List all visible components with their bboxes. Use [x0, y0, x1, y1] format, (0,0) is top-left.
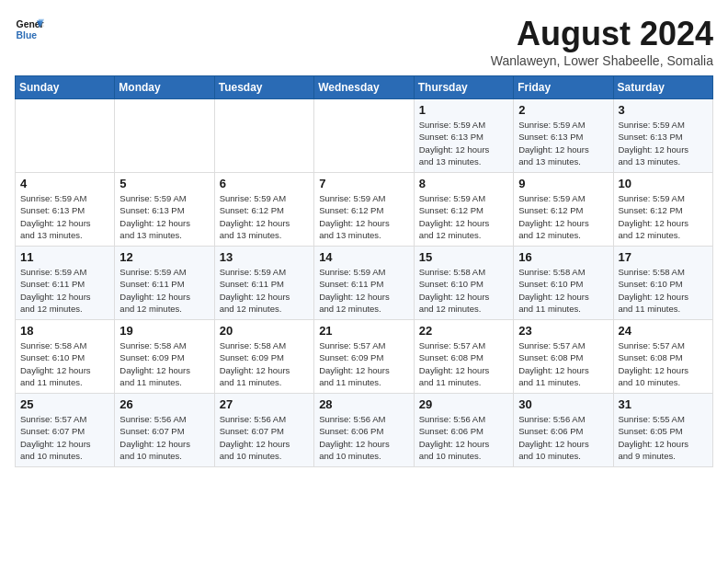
day-info: Sunrise: 5:59 AM Sunset: 6:12 PM Dayligh… — [220, 192, 309, 241]
day-number: 7 — [319, 177, 409, 190]
day-number: 15 — [419, 250, 508, 264]
day-info: Sunrise: 5:59 AM Sunset: 6:11 PM Dayligh… — [20, 266, 109, 315]
title-block: August 2024 Wanlaweyn, Lower Shabeelle, … — [491, 15, 713, 68]
day-number: 6 — [220, 177, 309, 190]
calendar-cell — [115, 99, 214, 173]
calendar-cell: 27Sunrise: 5:56 AM Sunset: 6:07 PM Dayli… — [214, 394, 313, 467]
day-number: 26 — [119, 397, 209, 411]
day-info: Sunrise: 5:59 AM Sunset: 6:13 PM Dayligh… — [619, 119, 709, 167]
page-header: General Blue August 2024 Wanlaweyn, Lowe… — [15, 15, 713, 68]
weekday-header: Friday — [514, 76, 613, 99]
calendar-cell: 3Sunrise: 5:59 AM Sunset: 6:13 PM Daylig… — [613, 99, 713, 173]
calendar-cell — [16, 99, 115, 173]
weekday-header: Sunday — [16, 76, 115, 99]
calendar-cell: 26Sunrise: 5:56 AM Sunset: 6:07 PM Dayli… — [115, 394, 214, 467]
day-number: 21 — [319, 324, 409, 338]
day-number: 25 — [20, 397, 109, 411]
calendar-cell: 21Sunrise: 5:57 AM Sunset: 6:09 PM Dayli… — [314, 320, 415, 394]
day-number: 29 — [419, 397, 508, 411]
day-info: Sunrise: 5:56 AM Sunset: 6:06 PM Dayligh… — [518, 413, 608, 462]
day-number: 27 — [220, 397, 309, 411]
day-number: 2 — [518, 103, 608, 117]
day-number: 3 — [619, 103, 709, 117]
day-info: Sunrise: 5:59 AM Sunset: 6:13 PM Dayligh… — [419, 119, 508, 167]
logo-icon: General Blue — [15, 15, 44, 44]
calendar-cell: 8Sunrise: 5:59 AM Sunset: 6:12 PM Daylig… — [414, 173, 513, 247]
day-info: Sunrise: 5:57 AM Sunset: 6:08 PM Dayligh… — [419, 339, 508, 388]
calendar-week-row: 1Sunrise: 5:59 AM Sunset: 6:13 PM Daylig… — [16, 99, 713, 173]
calendar-cell: 1Sunrise: 5:59 AM Sunset: 6:13 PM Daylig… — [414, 99, 513, 173]
calendar-cell: 22Sunrise: 5:57 AM Sunset: 6:08 PM Dayli… — [414, 320, 513, 394]
day-number: 13 — [220, 250, 309, 264]
day-number: 18 — [20, 324, 109, 338]
day-info: Sunrise: 5:58 AM Sunset: 6:10 PM Dayligh… — [419, 266, 508, 315]
day-info: Sunrise: 5:57 AM Sunset: 6:08 PM Dayligh… — [619, 339, 709, 388]
day-info: Sunrise: 5:58 AM Sunset: 6:09 PM Dayligh… — [220, 339, 309, 388]
calendar-cell: 10Sunrise: 5:59 AM Sunset: 6:12 PM Dayli… — [613, 173, 713, 247]
day-info: Sunrise: 5:58 AM Sunset: 6:10 PM Dayligh… — [518, 266, 608, 315]
calendar-cell: 2Sunrise: 5:59 AM Sunset: 6:13 PM Daylig… — [514, 99, 613, 173]
day-info: Sunrise: 5:56 AM Sunset: 6:06 PM Dayligh… — [319, 413, 409, 462]
day-info: Sunrise: 5:55 AM Sunset: 6:05 PM Dayligh… — [619, 413, 709, 462]
day-info: Sunrise: 5:56 AM Sunset: 6:06 PM Dayligh… — [419, 413, 508, 462]
day-number: 20 — [220, 324, 309, 338]
calendar-cell: 28Sunrise: 5:56 AM Sunset: 6:06 PM Dayli… — [314, 394, 415, 467]
day-info: Sunrise: 5:56 AM Sunset: 6:07 PM Dayligh… — [119, 413, 209, 462]
day-number: 22 — [419, 324, 508, 338]
calendar-cell: 14Sunrise: 5:59 AM Sunset: 6:11 PM Dayli… — [314, 247, 415, 320]
calendar-cell: 9Sunrise: 5:59 AM Sunset: 6:12 PM Daylig… — [514, 173, 613, 247]
calendar-cell: 29Sunrise: 5:56 AM Sunset: 6:06 PM Dayli… — [414, 394, 513, 467]
day-number: 16 — [518, 250, 608, 264]
day-number: 5 — [119, 177, 209, 190]
calendar-cell — [314, 99, 415, 173]
calendar-table: SundayMondayTuesdayWednesdayThursdayFrid… — [15, 75, 713, 467]
calendar-cell: 4Sunrise: 5:59 AM Sunset: 6:13 PM Daylig… — [16, 173, 115, 247]
day-number: 8 — [419, 177, 508, 190]
weekday-header: Thursday — [414, 76, 513, 99]
calendar-week-row: 11Sunrise: 5:59 AM Sunset: 6:11 PM Dayli… — [16, 247, 713, 320]
day-number: 4 — [20, 177, 109, 190]
weekday-header: Saturday — [613, 76, 713, 99]
day-info: Sunrise: 5:58 AM Sunset: 6:09 PM Dayligh… — [119, 339, 209, 388]
day-number: 23 — [518, 324, 608, 338]
weekday-header: Wednesday — [314, 76, 415, 99]
calendar-cell — [214, 99, 313, 173]
calendar-cell: 13Sunrise: 5:59 AM Sunset: 6:11 PM Dayli… — [214, 247, 313, 320]
calendar-cell: 12Sunrise: 5:59 AM Sunset: 6:11 PM Dayli… — [115, 247, 214, 320]
calendar-header-row: SundayMondayTuesdayWednesdayThursdayFrid… — [16, 76, 713, 99]
day-number: 1 — [419, 103, 508, 117]
day-info: Sunrise: 5:59 AM Sunset: 6:11 PM Dayligh… — [319, 266, 409, 315]
day-number: 9 — [518, 177, 608, 190]
calendar-cell: 18Sunrise: 5:58 AM Sunset: 6:10 PM Dayli… — [16, 320, 115, 394]
day-number: 17 — [619, 250, 709, 264]
calendar-cell: 24Sunrise: 5:57 AM Sunset: 6:08 PM Dayli… — [613, 320, 713, 394]
calendar-cell: 11Sunrise: 5:59 AM Sunset: 6:11 PM Dayli… — [16, 247, 115, 320]
day-info: Sunrise: 5:59 AM Sunset: 6:12 PM Dayligh… — [419, 192, 508, 241]
day-number: 30 — [518, 397, 608, 411]
calendar-cell: 31Sunrise: 5:55 AM Sunset: 6:05 PM Dayli… — [613, 394, 713, 467]
day-info: Sunrise: 5:59 AM Sunset: 6:12 PM Dayligh… — [619, 192, 709, 241]
calendar-cell: 30Sunrise: 5:56 AM Sunset: 6:06 PM Dayli… — [514, 394, 613, 467]
calendar-cell: 19Sunrise: 5:58 AM Sunset: 6:09 PM Dayli… — [115, 320, 214, 394]
day-number: 11 — [20, 250, 109, 264]
day-info: Sunrise: 5:58 AM Sunset: 6:10 PM Dayligh… — [20, 339, 109, 388]
calendar-cell: 23Sunrise: 5:57 AM Sunset: 6:08 PM Dayli… — [514, 320, 613, 394]
calendar-cell: 16Sunrise: 5:58 AM Sunset: 6:10 PM Dayli… — [514, 247, 613, 320]
location: Wanlaweyn, Lower Shabeelle, Somalia — [491, 53, 713, 68]
svg-text:Blue: Blue — [17, 30, 38, 40]
calendar-week-row: 25Sunrise: 5:57 AM Sunset: 6:07 PM Dayli… — [16, 394, 713, 467]
day-info: Sunrise: 5:59 AM Sunset: 6:11 PM Dayligh… — [220, 266, 309, 315]
day-info: Sunrise: 5:59 AM Sunset: 6:11 PM Dayligh… — [119, 266, 209, 315]
calendar-cell: 7Sunrise: 5:59 AM Sunset: 6:12 PM Daylig… — [314, 173, 415, 247]
weekday-header: Tuesday — [214, 76, 313, 99]
day-info: Sunrise: 5:57 AM Sunset: 6:09 PM Dayligh… — [319, 339, 409, 388]
day-info: Sunrise: 5:59 AM Sunset: 6:13 PM Dayligh… — [518, 119, 608, 167]
month-title: August 2024 — [491, 15, 713, 53]
calendar-week-row: 4Sunrise: 5:59 AM Sunset: 6:13 PM Daylig… — [16, 173, 713, 247]
calendar-cell: 25Sunrise: 5:57 AM Sunset: 6:07 PM Dayli… — [16, 394, 115, 467]
calendar-week-row: 18Sunrise: 5:58 AM Sunset: 6:10 PM Dayli… — [16, 320, 713, 394]
logo: General Blue — [15, 15, 44, 44]
day-number: 12 — [119, 250, 209, 264]
calendar-cell: 15Sunrise: 5:58 AM Sunset: 6:10 PM Dayli… — [414, 247, 513, 320]
day-number: 14 — [319, 250, 409, 264]
